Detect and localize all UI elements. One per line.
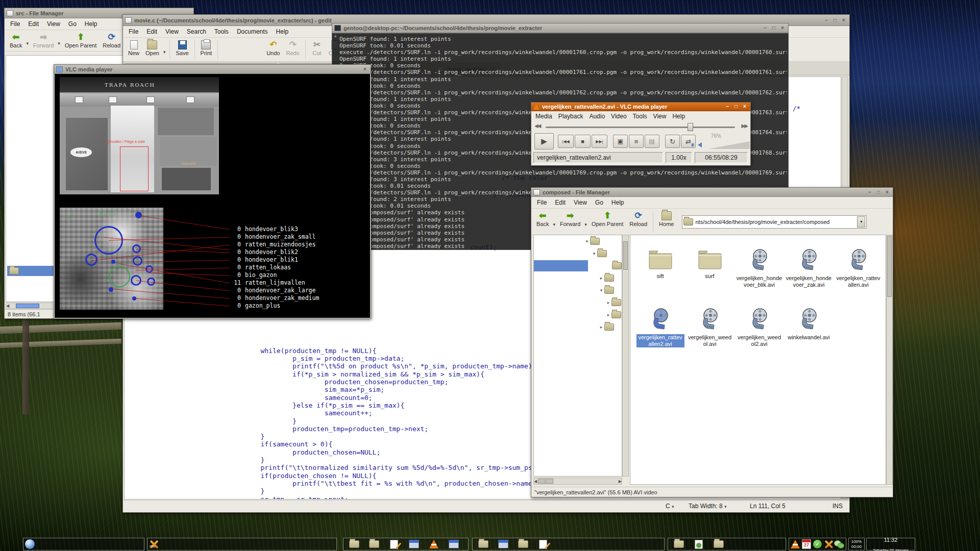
file-item[interactable]: surf [685,248,734,308]
scrollbar-thumb[interactable] [623,241,628,270]
titlebar[interactable]: vergelijken_rattevallen2.avi - VLC media… [531,103,750,111]
tree-row[interactable]: ▾ [534,235,622,247]
back-dropdown[interactable]: ▾ [26,36,29,46]
tree-sidebar[interactable]: ▾ ▾ ▸ ▾ [533,235,622,477]
new-button[interactable]: New [126,39,141,57]
video-canvas[interactable]: TRAPA ROACH AVEVE Vulcano Lijmvallen / P… [55,74,370,318]
close-button[interactable]: × [884,189,891,195]
taskbar-window-button[interactable] [385,538,403,550]
menu-item[interactable]: Go [592,198,607,207]
seek-back-icon[interactable]: ◀◀ [534,123,540,129]
menu-item[interactable]: File [533,198,550,207]
tree-row[interactable]: ▸ [534,272,622,284]
open-dropdown[interactable]: ▾ [163,44,166,55]
taskbar-window-button[interactable] [494,538,512,550]
app-menu-icon[interactable] [25,539,35,549]
file-item[interactable]: vergelijken_rattevallen2.avi [635,308,685,367]
maximize-button[interactable]: □ [875,189,882,195]
menu-item[interactable]: View [43,19,64,29]
tree-row[interactable]: ▸ [534,321,622,333]
expander-icon[interactable]: ▾ [584,239,590,244]
menu-item[interactable]: Tools [211,27,232,36]
scrollbar-thumb[interactable] [887,236,892,297]
menu-item[interactable]: Video [608,112,629,121]
clock[interactable]: 11:32Saturday 28 January [866,538,915,550]
redo-button[interactable]: ↷Redo [284,39,301,57]
scrollbar-thumb[interactable]: ⁞⁞ [538,479,553,484]
menu-item[interactable]: Playback [555,112,586,121]
back-dropdown[interactable]: ▾ [553,217,556,227]
file-item[interactable]: winkelwandel.avi [784,308,834,367]
volume-slider[interactable] [708,141,750,149]
home-button[interactable]: Home [657,210,676,228]
sidebar-horizontal-scrollbar[interactable]: ◀⁞⁞▶ [533,478,622,485]
tab-width-selector[interactable]: Tab Width: 8 ▾ [689,503,727,510]
menu-item[interactable]: Help [669,112,688,121]
menu-item[interactable]: Tools [630,112,650,121]
file-item[interactable]: vergelijken_hondevoer_zak.avi [784,248,834,308]
equalizer-button[interactable]: ||| [645,135,659,148]
open-button[interactable]: Open [143,39,161,57]
minimize-button[interactable]: – [762,25,769,32]
seek-handle[interactable] [688,123,693,131]
menu-item[interactable]: Audio [586,112,608,121]
titlebar[interactable]: gentoo@desktop-pc:~/Documents/school/4de… [332,23,789,33]
language-selector[interactable]: C ▾ [666,503,674,510]
close-button[interactable]: × [741,104,748,110]
location-bar[interactable]: nts/school/4de/thesis/prog/movie_extract… [682,215,867,229]
time-display[interactable]: 06:55/08:29 [695,152,748,163]
menu-item[interactable]: Help [81,19,101,29]
file-item[interactable]: vergelijken_weedol2.avi [734,308,784,367]
menu-item[interactable]: File [7,19,23,29]
close-button[interactable]: × [840,17,847,23]
reload-button[interactable]: ⟳Reload [101,32,122,49]
loop-button[interactable]: ↻ [665,135,680,148]
open-parent-button[interactable]: ⬆Open Parent [63,32,99,49]
menu-item[interactable]: File [125,27,142,36]
cut-button[interactable]: ✂Cut [309,39,325,57]
save-button[interactable]: Save [174,39,190,57]
expander-icon[interactable]: ▸ [598,324,604,330]
next-button[interactable]: ▶▶| [592,135,607,148]
menu-item[interactable]: View [570,198,591,207]
menu-item[interactable]: Help [608,198,628,207]
file-item[interactable]: vergelijken_rattevallen.avi [834,248,883,308]
back-button[interactable]: ⬅Back [8,32,24,49]
menu-item[interactable]: Search [183,27,210,36]
menu-item[interactable]: View [650,112,670,121]
taskbar-window-button[interactable] [365,538,383,550]
expander-icon[interactable]: ▾ [598,288,604,293]
expander-icon[interactable]: ▸ [605,300,611,305]
menu-item[interactable]: View [162,27,182,36]
scroll-right-icon[interactable]: ▶ [619,479,622,484]
minimize-button[interactable]: – [866,189,873,195]
seek-bar[interactable]: ◀◀ ▶▶ [531,122,750,132]
file-grid[interactable]: sift [630,235,886,485]
forward-dropdown[interactable]: ▾ [58,36,61,46]
messenger-tray-icon[interactable] [834,540,843,548]
taskbar-window-button[interactable] [709,538,728,550]
open-parent-button[interactable]: ⬆Open Parent [590,210,625,228]
taskbar-window-button[interactable] [690,538,708,550]
close-button[interactable]: × [779,25,786,32]
stop-button[interactable]: ■ [575,135,591,148]
tree-row[interactable]: ▾ [534,247,622,260]
taskbar-window-button[interactable] [425,538,443,550]
xchat-tray-icon[interactable] [824,540,832,549]
minimize-button[interactable]: – [724,104,731,110]
taskbar-window-button[interactable] [445,538,463,550]
menu-item[interactable]: Edit [24,19,42,29]
titlebar[interactable]: VLC media player × [54,65,371,74]
menu-item[interactable]: Edit [551,198,569,207]
file-item[interactable]: sift [635,248,685,308]
tree-row[interactable] [534,260,622,272]
reload-button[interactable]: ⟳Reload [627,210,649,228]
scroll-left-icon[interactable]: ◀ [6,304,9,308]
forward-dropdown[interactable]: ▾ [584,217,587,227]
seek-forward-icon[interactable]: ▶▶ [742,123,747,129]
maximize-button[interactable]: □ [770,25,777,32]
forward-button[interactable]: ➡Forward [31,32,56,49]
expander-icon[interactable]: ▸ [605,312,611,317]
maximize-button[interactable]: □ [732,104,740,110]
previous-button[interactable]: |◀◀ [558,135,574,148]
